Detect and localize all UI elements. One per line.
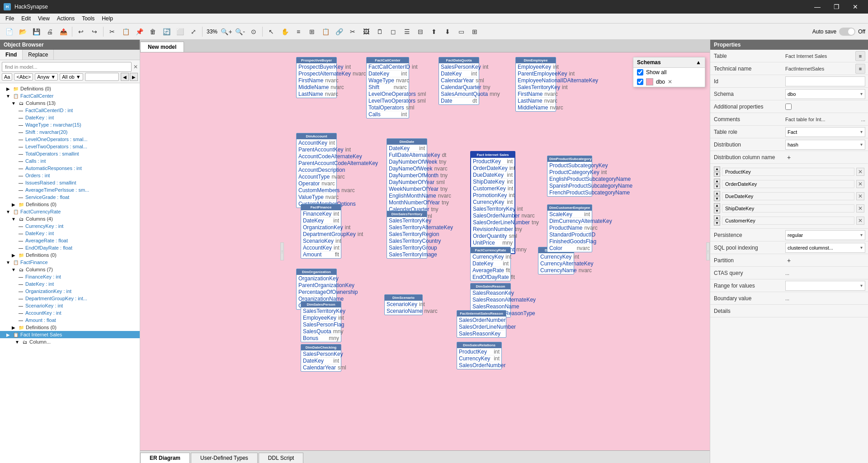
refresh-button[interactable]: 🔄	[160, 25, 173, 38]
prop-ctas-ellipsis[interactable]: ...	[785, 270, 789, 276]
tree-item-col-amount[interactable]: — Amount : float	[0, 317, 140, 324]
prop-technical-name-icon-btn[interactable]: ≡	[855, 64, 865, 74]
pan-tool[interactable]: ✋	[278, 25, 291, 38]
dist-key-down-4[interactable]: ▼	[714, 208, 720, 213]
tree-item-col-totalop[interactable]: — TotalOperators : smallint	[0, 150, 140, 157]
er-table-factinternetsales[interactable]: Fact Internet Sales ProductKeyint OrderD…	[470, 151, 515, 254]
bottom-tab-userdefined[interactable]: User-Defined Types	[191, 453, 258, 463]
er-table-factinternetsalesreason[interactable]: FactInternetSalesReason SalesOrderNumber…	[457, 310, 506, 338]
tree-item-col-deptgroupkey[interactable]: — DepartmentGroupKey : int...	[0, 295, 140, 302]
tree-item-definitions0[interactable]: ▶ 📁 Definitions (0)	[0, 85, 140, 92]
er-table-dimdatechecking[interactable]: DimDateChecking SalesPersonKey DateKeyin…	[301, 344, 341, 372]
prop-table-role-select[interactable]: Fact Dimension Stage	[785, 127, 865, 137]
up-button[interactable]: ⬆	[428, 25, 440, 38]
dist-key-remove-customerkey[interactable]: ✕	[856, 217, 864, 225]
dist-key-down-5[interactable]: ▼	[714, 221, 720, 226]
tree-item-columns7[interactable]: ▼ 🗂 Columns (7)	[0, 266, 140, 273]
search-input[interactable]	[2, 62, 132, 72]
er-table-dimaccount[interactable]: DimAccount AccountKeyint ParentAccountKe…	[296, 133, 337, 208]
tree-item-col-servicegrade[interactable]: — ServiceGrade : float	[0, 194, 140, 201]
menu-file[interactable]: File	[2, 14, 18, 23]
dist-key-up-3[interactable]: ▲	[714, 191, 720, 196]
grid-button[interactable]: ⊞	[468, 25, 481, 38]
er-table-prospectivebuyer[interactable]: ProspectiveBuyer ProspectBuyerKeyint Pro…	[296, 57, 337, 98]
prop-schema-select[interactable]: dbo	[785, 89, 865, 99]
prop-rangevalues-select[interactable]: LEFT RIGHT	[785, 281, 865, 291]
search-next-button[interactable]: ▶	[130, 73, 138, 81]
dist-key-remove-orderdatekey[interactable]: ✕	[856, 180, 864, 188]
tree-item-col-avgrate[interactable]: — AverageRate : float	[0, 237, 140, 244]
restore-button[interactable]: ❐	[827, 0, 845, 14]
note-tool[interactable]: 🗒	[373, 25, 386, 38]
search-clear-icon[interactable]: ✕	[133, 64, 138, 70]
export-button[interactable]: 📤	[57, 25, 70, 38]
cut2-tool[interactable]: ✂	[346, 25, 359, 38]
tree-item-col-wagetype[interactable]: — WageType : nvarchar(15)	[0, 121, 140, 128]
cut-button[interactable]: ✂	[106, 25, 118, 38]
copy-button[interactable]: 📋	[119, 25, 132, 38]
zoom-fit-button[interactable]: ⊙	[247, 25, 260, 38]
er-diagram-canvas[interactable]: Schemas ▲ Show all dbo ✕ ProspectiveBuye…	[140, 52, 710, 450]
print-button[interactable]: 🖨	[43, 25, 56, 38]
canvas-right-handle[interactable]: ⋮	[706, 242, 710, 260]
er-table-dimemployee[interactable]: DimEmployee EmployeeKeyint ParentEmploye…	[515, 57, 556, 112]
redo-button[interactable]: ↪	[88, 25, 101, 38]
search-opt-abc[interactable]: <Abc>	[14, 73, 33, 80]
tree-item-col-financekey[interactable]: — FinanceKey : int	[0, 273, 140, 280]
er-table-dimsalesterritory[interactable]: DimSalesTerritory SalesTerritoryKey Sale…	[387, 211, 427, 259]
prop-additional-checkbox[interactable]	[785, 104, 792, 110]
tree-item-columns4[interactable]: ▼ 🗂 Columns (4)	[0, 215, 140, 222]
dist-key-remove-shipdatekey[interactable]: ✕	[856, 204, 864, 213]
tree-item-defs-cr[interactable]: ▶ 📁 Definitions (0)	[0, 251, 140, 259]
dist-key-up-4[interactable]: ▲	[714, 203, 720, 208]
panel-button[interactable]: ▭	[455, 25, 467, 38]
tree-item-column-internet-sales-stub[interactable]: ▼ 🗂 Column...	[0, 338, 140, 345]
tab-replace[interactable]: Replace	[23, 50, 54, 60]
schema-dbo-close[interactable]: ✕	[668, 79, 672, 85]
menu-help[interactable]: Help	[98, 14, 117, 23]
prop-comments-ellipsis[interactable]: ...	[861, 117, 865, 122]
minimize-button[interactable]: —	[808, 0, 826, 14]
er-table-dimsalesrelations[interactable]: DimSalesRelations ProductKeyint Currency…	[457, 342, 502, 369]
schema-collapse-button[interactable]: ▲	[696, 59, 701, 66]
prop-id-input[interactable]	[785, 76, 865, 86]
tree-item-col-currencykey[interactable]: — CurrencyKey : int	[0, 222, 140, 230]
tree-item-col-calls[interactable]: — Calls : int	[0, 157, 140, 165]
tab-find[interactable]: Find	[0, 50, 23, 60]
tree-item-col-shift[interactable]: — Shift : nvarchar(20)	[0, 128, 140, 136]
list2-tool[interactable]: ⊟	[414, 25, 427, 38]
save-button[interactable]: 💾	[30, 25, 42, 38]
prop-distribution-select[interactable]: hash round_robin replicate	[785, 140, 865, 150]
fit-button[interactable]: ⤢	[187, 25, 200, 38]
autosave-toggle[interactable]	[839, 28, 855, 36]
dist-key-down-2[interactable]: ▼	[714, 184, 720, 189]
group-tool[interactable]: ◻	[387, 25, 400, 38]
close-button[interactable]: ✕	[846, 0, 864, 14]
tree-item-col-avgtime[interactable]: — AverageTimePerIssue : sm...	[0, 186, 140, 194]
tree-item-col-scenariokey[interactable]: — ScenarioKey : int	[0, 302, 140, 309]
table-tool[interactable]: ⊞	[306, 25, 318, 38]
search-prev-button[interactable]: ◀	[121, 73, 129, 81]
tree-item-defs-cc[interactable]: ▶ 📁 Definitions (0)	[0, 201, 140, 208]
menu-view[interactable]: View	[34, 14, 53, 23]
tree-item-defs-ff[interactable]: ▶ 📁 Definitions (0)	[0, 324, 140, 331]
search-extra-input[interactable]	[85, 73, 119, 81]
frame-button[interactable]: ⬜	[174, 25, 186, 38]
er-table-dimdate[interactable]: DimDate DateKeyint FullDateAlternateKeyd…	[387, 138, 427, 220]
prop-table-icon-btn[interactable]: ≡	[855, 51, 865, 61]
open-button[interactable]: 📂	[16, 25, 29, 38]
dist-key-up-5[interactable]: ▲	[714, 215, 720, 220]
er-table-factdatequota[interactable]: FactDateQuota SalesPersonKeyint DateKeyi…	[439, 57, 479, 105]
dist-key-remove-productkey[interactable]: ✕	[856, 168, 864, 176]
canvas-tab-newmodel[interactable]: New model	[140, 42, 184, 52]
tree-item-col-datekey2[interactable]: — DateKey : int	[0, 230, 140, 237]
menu-tools[interactable]: Tools	[78, 14, 98, 23]
tree-item-factcurrencyrate[interactable]: ▼ 📋 FactCurrencyRate	[0, 208, 140, 215]
er-table-dimcustomeremployee[interactable]: DimCustomerEmployee ScaleKeyint DimCurre…	[547, 204, 592, 252]
prop-dist-col-plus[interactable]: +	[785, 154, 793, 161]
prop-persistence-select[interactable]: regular temporary external	[785, 230, 865, 240]
menu-actions[interactable]: Actions	[53, 14, 78, 23]
down-button[interactable]: ⬇	[441, 25, 454, 38]
dist-key-down-3[interactable]: ▼	[714, 196, 720, 201]
search-opt-case[interactable]: Aa	[2, 73, 12, 80]
